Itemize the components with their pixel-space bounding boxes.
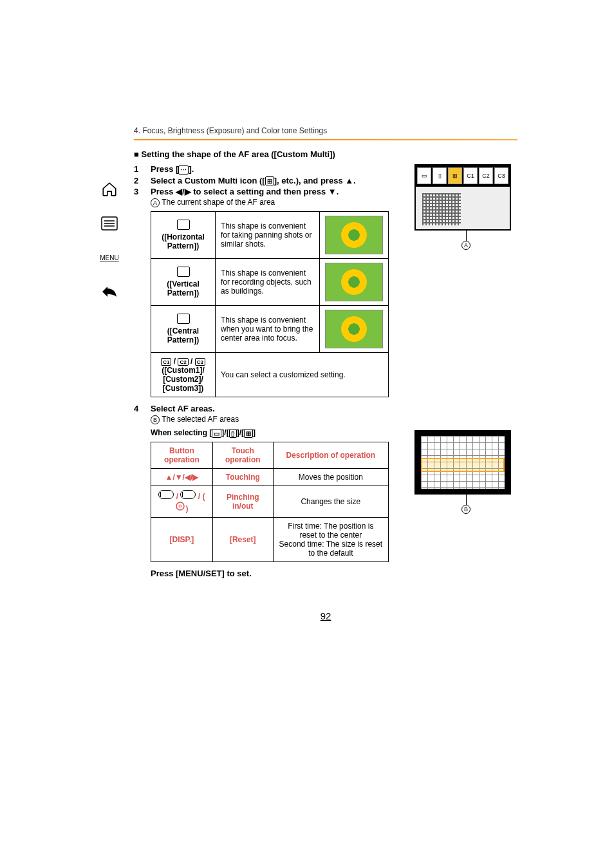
ops-h1: Button operation (151, 442, 213, 469)
s4wb: ]/[ (221, 428, 228, 437)
step2-b: ], etc.), and press (274, 176, 346, 185)
ops-r2-btn: / / () (151, 486, 213, 518)
sidebar: MENU (97, 180, 122, 301)
step2-c: . (353, 176, 356, 185)
p2-desc: This shape is convenient for recording o… (216, 258, 320, 305)
af-area-screen: B (414, 430, 517, 514)
v-pattern-small-icon: ▯ (229, 429, 237, 438)
c3-icon: C3 (195, 358, 205, 366)
h-pattern-small-icon: ▭ (212, 429, 221, 438)
operations-table: Button operation Touch operation Descrip… (151, 442, 389, 562)
p1-desc: This shape is convenient for taking pann… (216, 211, 320, 258)
ops-h2: Touch operation (212, 442, 273, 469)
section-divider (134, 139, 517, 140)
ops-r3-desc: First time: The position is reset to the… (273, 518, 388, 562)
p3-name: ([Central Pattern]) (167, 326, 199, 344)
custom-multi-icon: ⊞ (265, 176, 274, 185)
svg-point-5 (179, 505, 181, 507)
step2-a: Select a Custom Multi icon ([ (151, 176, 265, 185)
home-icon[interactable] (100, 180, 118, 198)
c1-icon: C1 (161, 358, 171, 366)
step3-a: Press (151, 187, 176, 196)
screen-tab-horizontal-icon: ▭ (417, 167, 431, 184)
ops-r1-btn: ▲/▼/◀/▶ (151, 469, 213, 486)
c2-icon: C2 (178, 358, 188, 366)
p2-thumb (325, 263, 383, 301)
pattern-table: ([Horizontal Pattern]) This shape is con… (151, 211, 389, 398)
ops-r1-desc: Moves the position (273, 469, 388, 486)
screen-tab-c1: C1 (463, 167, 478, 184)
s4wc: ]/[ (237, 428, 244, 437)
menu-icon[interactable]: MENU (100, 249, 118, 267)
ops-r3-touch: [Reset] (212, 518, 273, 562)
p4-name-c: [Custom3]) (163, 384, 203, 393)
af-shape-screen: ▭ ▯ ⊞ C1 C2 C3 A (414, 164, 517, 250)
step-3-text: Press ◀/▶ to select a setting and then p… (151, 187, 408, 196)
pattern-custom-name: C1 / C2 / C3 ([Custom1]/ [Custom2]/ [Cus… (151, 352, 216, 397)
p3-desc: This shape is convenient when you want t… (216, 305, 320, 352)
step4-when: When selecting [▭]/[▯]/[⊞] (151, 428, 408, 438)
steps: 1 Press [⋯]. 2 Select a Custom Multi ico… (134, 164, 408, 196)
p4-name-a: ([Custom1]/ (162, 366, 205, 375)
callout-b-icon: B (151, 415, 160, 424)
step-4-text: Select AF areas. (151, 404, 408, 413)
rear-dial-icon (180, 490, 196, 499)
step-num-1: 1 (134, 164, 143, 174)
step1-b: ]. (189, 164, 194, 174)
step4-sub: B The selected AF areas (151, 415, 408, 424)
step4-sub-text: The selected AF areas (162, 415, 239, 424)
s4wd: ] (253, 428, 256, 437)
p4-name-b: [Custom2]/ (163, 375, 203, 384)
pattern-vertical-name: ([Vertical Pattern]) (151, 258, 216, 305)
pattern-horizontal-name: ([Horizontal Pattern]) (151, 211, 216, 258)
ops-r2-touch: Pinching in/out (212, 486, 273, 518)
ops-r2-desc: Changes the size (273, 486, 388, 518)
control-dial-icon (175, 501, 185, 511)
step3-c: . (337, 187, 339, 196)
ops-r3-btn: [DISP.] (151, 518, 213, 562)
ops-r1-touch: Touching (212, 469, 273, 486)
screen-tab-vertical-icon: ▯ (433, 167, 447, 184)
breadcrumb: 4. Focus, Brightness (Exposure) and Colo… (134, 126, 517, 135)
callout-b-label: B (461, 505, 470, 514)
p3-thumb (325, 310, 383, 348)
step3-sub-text: The current shape of the AF area (162, 198, 275, 207)
c-pattern-small-icon: ⊞ (244, 429, 253, 438)
ops-h3: Description of operation (273, 442, 388, 469)
af-mode-icon: ⋯ (178, 165, 189, 175)
s4wa: When selecting [ (151, 428, 212, 437)
step-1-text: Press [⋯]. (151, 164, 408, 175)
callout-a-icon: A (151, 198, 160, 207)
page-number[interactable]: 92 (134, 610, 517, 621)
step4-main: Select AF areas. (151, 404, 215, 413)
toc-icon[interactable] (100, 214, 118, 232)
p1-name: ([Horizontal Pattern]) (162, 232, 205, 250)
callout-a-label: A (461, 241, 470, 250)
screen-tab-central-icon: ⊞ (448, 167, 462, 184)
back-icon[interactable] (100, 283, 118, 301)
vertical-pattern-icon (177, 267, 190, 277)
step-num-2: 2 (134, 176, 143, 185)
step-2-text: Select a Custom Multi icon ([⊞], etc.), … (151, 176, 408, 186)
front-dial-icon (158, 490, 174, 499)
step3-b: to select a setting and then press (191, 187, 328, 196)
screen-tab-c2: C2 (479, 167, 493, 184)
central-pattern-icon (177, 314, 190, 324)
p1-thumb (325, 216, 383, 254)
p2-name: ([Vertical Pattern]) (167, 279, 200, 297)
menu-label: MENU (100, 254, 118, 261)
horizontal-pattern-icon (177, 220, 190, 230)
step-num-4: 4 (134, 404, 143, 413)
pattern-central-name: ([Central Pattern]) (151, 305, 216, 352)
p4-desc: You can select a customized setting. (216, 352, 389, 397)
screen-tab-c3: C3 (494, 167, 508, 184)
footer-note: Press [MENU/SET] to set. (151, 569, 408, 578)
step3-sub: A The current shape of the AF area (151, 198, 408, 207)
step1-a: Press [ (151, 164, 178, 174)
step-num-3: 3 (134, 187, 143, 196)
section-title: Setting the shape of the AF area ([Custo… (134, 149, 517, 159)
svg-point-4 (176, 502, 184, 510)
